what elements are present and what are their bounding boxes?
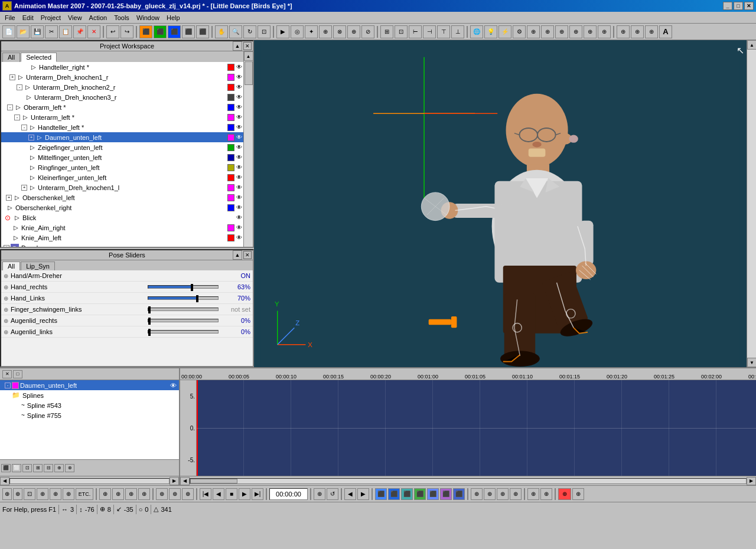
rtool3[interactable]: ⊢ <box>409 25 422 38</box>
frame-button[interactable]: ⊡ <box>258 25 271 38</box>
tl-row-splines[interactable]: 📁 Splines <box>0 390 179 400</box>
tree-item-mittel[interactable]: ▷ Mittelfinger_unten_left 👁 <box>1 152 243 162</box>
slider-track[interactable] <box>148 308 219 311</box>
rtool5[interactable]: ⊤ <box>437 25 450 38</box>
ps-scroll-up[interactable]: ▲ <box>233 250 242 260</box>
ac-next-key[interactable]: ▶| <box>252 488 263 500</box>
rtool2[interactable]: ⊡ <box>395 25 408 38</box>
menu-project[interactable]: Project <box>37 13 64 22</box>
slider-thumb[interactable] <box>148 329 151 336</box>
tree-item-oberarm-left[interactable]: - ▷ Oberarm_left * 👁 <box>1 102 243 112</box>
tree-item-kleiner[interactable]: ▷ Kleinerfinger_unten_left 👁 <box>1 172 243 182</box>
slider-track[interactable] <box>148 330 219 334</box>
tree-item-knie-left[interactable]: ▷ Knie_Aim_left 👁 <box>1 233 243 243</box>
ac-misc8[interactable]: ⊕ <box>572 488 584 500</box>
rtool9[interactable]: ⚡ <box>498 25 511 38</box>
tree-item-handteller-right[interactable]: ▷ Handteller_right * 👁 <box>1 62 243 72</box>
rtool11[interactable]: ⊕ <box>527 25 540 38</box>
eye-icon[interactable]: 👁 <box>235 194 243 202</box>
ac-time-display[interactable] <box>269 488 308 500</box>
ac-misc2[interactable]: ⊕ <box>484 488 496 500</box>
redo-button[interactable]: ↪ <box>120 25 133 38</box>
tree-item-daumen-left[interactable]: + ▷ Daumen_unten_left 👁 <box>1 132 243 142</box>
cut-button[interactable]: ✂ <box>45 25 58 38</box>
viewport[interactable]: Y X Z ↖ <box>254 40 747 367</box>
rtool15[interactable]: ⊕ <box>584 25 597 38</box>
tab-selected[interactable]: Selected <box>21 53 57 62</box>
ac-btn8[interactable]: ⊕ <box>99 488 111 500</box>
tool3[interactable]: ✦ <box>305 25 318 38</box>
vscroll-track[interactable] <box>244 61 253 248</box>
tree-item-zeige[interactable]: ▷ Zeigefinger_unten_left 👁 <box>1 142 243 152</box>
ps-close-button[interactable]: ✕ <box>243 251 252 259</box>
render3[interactable]: ⊕ <box>645 25 658 38</box>
ac-misc5[interactable]: ⊕ <box>527 488 539 500</box>
eye-icon[interactable]: 👁 <box>235 63 243 71</box>
render4[interactable]: A <box>659 25 672 38</box>
ac-prev-frame[interactable]: ◀ <box>344 488 356 500</box>
ac-mode-blue3[interactable]: ⬛ <box>427 488 439 500</box>
tl-btn2[interactable]: ⬜ <box>12 464 21 472</box>
new-button[interactable]: 📄 <box>2 25 15 38</box>
slider-track[interactable] <box>148 319 219 322</box>
eye-icon[interactable]: 👁 <box>235 123 243 132</box>
eye-icon[interactable]: 👁 <box>235 214 243 222</box>
tree-item-blick[interactable]: ⊙ ▷ Blick 👁 <box>1 213 243 223</box>
tl-row-spline543[interactable]: ~ Spline #543 <box>0 400 179 410</box>
ac-loop[interactable]: ↺ <box>327 488 338 500</box>
rotate-button[interactable]: ↻ <box>243 25 256 38</box>
eye-icon[interactable]: 👁 <box>235 164 243 172</box>
tool4[interactable]: ⊕ <box>319 25 332 38</box>
tree-item-oberschenkel-right[interactable]: ▷ Oberschenkel_right 👁 <box>1 202 243 213</box>
ac-mode-blue4[interactable]: ⬛ <box>453 488 465 500</box>
ac-play-reverse[interactable]: ◀ <box>213 488 224 500</box>
ac-mode-teal[interactable]: ⬛ <box>401 488 413 500</box>
save-button[interactable]: 💾 <box>31 25 44 38</box>
eye-icon[interactable]: 👁 <box>235 113 243 122</box>
tl-right-hscroll-right[interactable]: ▶ <box>747 477 756 485</box>
eye-icon[interactable]: 👁 <box>235 143 243 152</box>
menu-file[interactable]: File <box>1 13 19 22</box>
tl-btn7[interactable]: ⊗ <box>65 464 74 472</box>
menu-window[interactable]: Window <box>133 13 163 22</box>
ac-btn2[interactable]: ⊕ <box>13 488 22 500</box>
ac-btn11[interactable]: ⊕ <box>138 488 150 500</box>
pan-button[interactable]: ✋ <box>215 25 228 38</box>
rtool1[interactable]: ⊞ <box>380 25 393 38</box>
eye-icon[interactable]: 👁 <box>235 93 243 102</box>
rtool10[interactable]: ⚙ <box>513 25 526 38</box>
copy-button[interactable]: 📋 <box>59 25 72 38</box>
tl-expand-btn[interactable]: □ <box>13 370 22 378</box>
delete-button[interactable]: ✕ <box>87 25 100 38</box>
tree-item-handteller-left[interactable]: - ▷ Handteller_left * 👁 <box>1 122 243 132</box>
expand-btn[interactable]: - <box>21 125 27 130</box>
pw-close-button[interactable]: ✕ <box>243 42 252 50</box>
expand-btn[interactable]: - <box>17 84 22 90</box>
ac-btn9[interactable]: ⊕ <box>112 488 124 500</box>
eye-icon[interactable]: 👁 <box>235 224 243 232</box>
ac-btn14[interactable]: ⊕ <box>182 488 194 500</box>
paste-button[interactable]: 📌 <box>73 25 86 38</box>
slider-thumb[interactable] <box>148 318 151 325</box>
tl-btn4[interactable]: ⊞ <box>33 464 43 472</box>
rtool16[interactable]: ⊕ <box>598 25 611 38</box>
rtool8[interactable]: 💡 <box>484 25 497 38</box>
tree-item-unterarm3r[interactable]: ▷ Unterarm_Dreh_knochen3_r 👁 <box>1 92 243 102</box>
mode4-button[interactable]: ⬛ <box>182 25 195 38</box>
tl-hscroll-right[interactable]: ▶ <box>170 477 179 485</box>
tl-btn1[interactable]: ⬛ <box>1 464 11 472</box>
eye-icon[interactable]: 👁 <box>235 174 243 182</box>
slider-thumb[interactable] <box>196 295 198 302</box>
tree-item-unterarm1r[interactable]: + ▷ Unterarm_Dreh_knochen1_r 👁 <box>1 72 243 82</box>
ac-play[interactable]: ▶ <box>239 488 250 500</box>
eye-icon[interactable]: 👁 <box>235 83 243 92</box>
close-button[interactable]: ✕ <box>744 2 754 10</box>
tl-right-hscroll-track[interactable] <box>190 478 747 484</box>
slider-track[interactable] <box>148 296 219 300</box>
viewport-scroll-down[interactable]: ▼ <box>747 358 756 367</box>
tl-btn3[interactable]: ⊡ <box>22 464 32 472</box>
eye-icon[interactable]: 👁 <box>235 133 243 142</box>
expand-btn[interactable]: + <box>4 245 9 249</box>
viewport-scroll-track[interactable] <box>747 50 756 358</box>
ac-misc4[interactable]: ⊕ <box>510 488 522 500</box>
